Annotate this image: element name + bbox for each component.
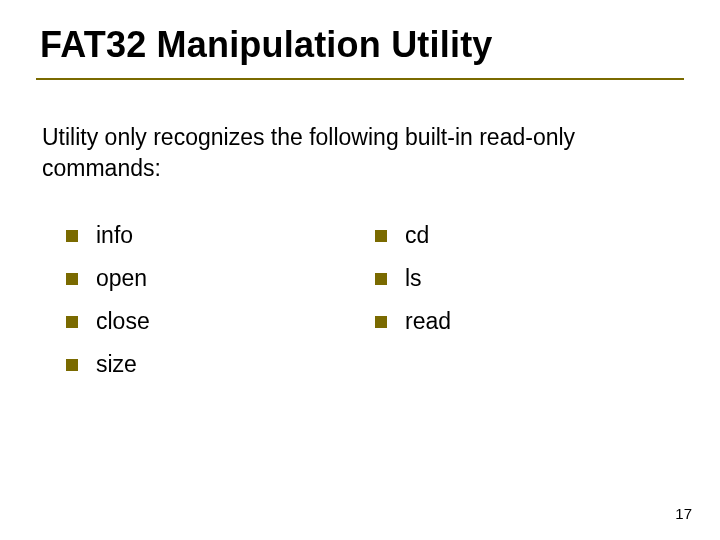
square-bullet-icon: [375, 316, 387, 328]
command-label: info: [96, 222, 133, 249]
square-bullet-icon: [66, 273, 78, 285]
list-item: close: [66, 308, 375, 335]
list-item: cd: [375, 222, 684, 249]
list-item: open: [66, 265, 375, 292]
list-item: size: [66, 351, 375, 378]
right-column: cd ls read: [375, 222, 684, 394]
command-label: size: [96, 351, 137, 378]
list-item: read: [375, 308, 684, 335]
list-item: info: [66, 222, 375, 249]
command-columns: info open close size cd ls: [66, 222, 684, 394]
page-number: 17: [675, 505, 692, 522]
command-label: cd: [405, 222, 429, 249]
title-container: FAT32 Manipulation Utility: [36, 20, 684, 80]
slide: FAT32 Manipulation Utility Utility only …: [0, 0, 720, 540]
square-bullet-icon: [66, 316, 78, 328]
list-item: ls: [375, 265, 684, 292]
command-label: ls: [405, 265, 422, 292]
square-bullet-icon: [375, 230, 387, 242]
command-label: open: [96, 265, 147, 292]
square-bullet-icon: [375, 273, 387, 285]
command-label: read: [405, 308, 451, 335]
slide-title: FAT32 Manipulation Utility: [40, 24, 684, 66]
left-column: info open close size: [66, 222, 375, 394]
square-bullet-icon: [66, 359, 78, 371]
square-bullet-icon: [66, 230, 78, 242]
command-label: close: [96, 308, 150, 335]
intro-text: Utility only recognizes the following bu…: [42, 122, 678, 184]
